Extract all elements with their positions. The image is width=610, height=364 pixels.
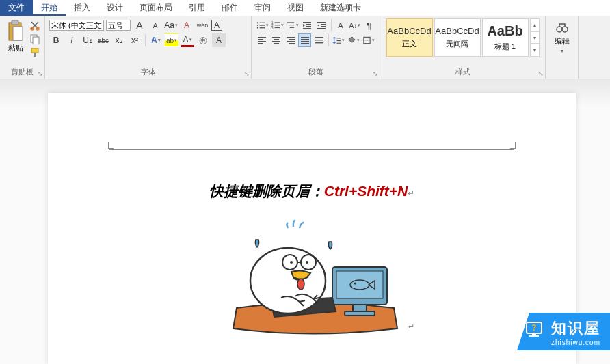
align-right-button[interactable] [284, 33, 297, 47]
style-heading-1[interactable]: AaBb 标题 1 [482, 18, 529, 57]
font-size-select[interactable] [106, 20, 131, 31]
bullets-button[interactable] [256, 18, 269, 32]
binoculars-icon [555, 21, 569, 35]
format-painter-icon[interactable] [29, 47, 40, 58]
svg-rect-21 [287, 22, 294, 23]
phonetic-guide-button[interactable]: wén [196, 18, 209, 32]
svg-text:3: 3 [271, 27, 274, 30]
text-red: Ctrl+Shift+N [324, 183, 408, 199]
svg-rect-10 [260, 23, 265, 23]
align-text-x-button[interactable]: A [334, 18, 347, 32]
shading-button[interactable] [347, 33, 360, 47]
styles-launcher-icon[interactable]: ⤡ [538, 70, 544, 77]
svg-rect-26 [306, 26, 311, 27]
svg-rect-40 [287, 37, 295, 38]
svg-rect-20 [275, 27, 280, 28]
svg-rect-38 [272, 41, 280, 42]
page[interactable]: 快捷键删除页眉：Ctrl+Shift+N↵ [48, 93, 576, 364]
character-border-button[interactable]: A [211, 20, 222, 31]
svg-rect-74 [529, 335, 539, 337]
tab-view[interactable]: 视图 [279, 0, 312, 16]
tab-design[interactable]: 设计 [98, 0, 131, 16]
tab-layout[interactable]: 页面布局 [131, 0, 181, 16]
find-button[interactable]: 编辑 ▾ [551, 18, 574, 57]
document-image[interactable]: ↵ [223, 209, 401, 335]
multilevel-list-button[interactable] [286, 18, 300, 32]
tab-references[interactable]: 引用 [181, 0, 213, 16]
svg-rect-61 [353, 305, 367, 311]
paragraph-mark-icon: ↵ [408, 188, 414, 198]
copy-icon[interactable] [29, 33, 40, 44]
align-center-button[interactable] [270, 33, 283, 47]
header-underline [109, 149, 514, 150]
tab-new[interactable]: 新建选项卡 [312, 0, 369, 16]
tab-insert[interactable]: 插入 [66, 0, 98, 16]
clipboard-launcher-icon[interactable]: ⤡ [38, 70, 43, 77]
svg-point-71 [297, 279, 304, 290]
editing-label: 编辑 [555, 36, 570, 46]
group-clipboard: 粘贴 剪贴板 ⤡ [0, 16, 45, 79]
distribute-button[interactable] [313, 33, 326, 47]
svg-rect-50 [315, 42, 323, 43]
svg-rect-46 [301, 41, 309, 42]
style-name: 无间隔 [446, 39, 468, 49]
decrease-indent-button[interactable] [301, 18, 314, 32]
borders-button[interactable] [362, 33, 375, 47]
character-shading-button[interactable]: A [212, 33, 226, 47]
svg-rect-27 [303, 28, 311, 29]
bold-button[interactable]: B [49, 33, 63, 47]
highlight-button[interactable]: ab [165, 33, 178, 47]
increase-indent-button[interactable] [315, 18, 328, 32]
font-name-select[interactable] [49, 20, 104, 31]
font-launcher-icon[interactable]: ⤡ [244, 70, 250, 77]
style-name: 标题 1 [494, 42, 516, 52]
justify-button[interactable] [298, 33, 311, 47]
superscript-button[interactable]: x² [128, 33, 142, 47]
clear-formatting-button[interactable]: A [180, 18, 194, 32]
styles-scroll-down-icon[interactable]: ▾ [530, 31, 540, 44]
tab-mailings[interactable]: 邮件 [213, 0, 246, 16]
document-body-text[interactable]: 快捷键删除页眉：Ctrl+Shift+N↵ [75, 182, 548, 201]
group-editing: 编辑 ▾ [546, 16, 579, 79]
svg-rect-18 [275, 25, 280, 25]
tab-file[interactable]: 文件 [0, 0, 33, 16]
style-normal[interactable]: AaBbCcDd 正文 [386, 18, 433, 57]
svg-rect-8 [34, 53, 36, 57]
paragraph-launcher-icon[interactable]: ⤡ [373, 70, 378, 77]
svg-rect-52 [337, 40, 341, 41]
paste-button[interactable]: 粘贴 [5, 18, 27, 55]
tab-home[interactable]: 开始 [33, 0, 66, 16]
text-effects-button[interactable]: A [149, 33, 163, 47]
svg-point-11 [257, 25, 258, 26]
svg-point-13 [257, 27, 258, 29]
numbering-button[interactable]: 123 [271, 18, 284, 32]
style-no-spacing[interactable]: AaBbCcDd 无间隔 [434, 18, 481, 57]
tab-review[interactable]: 审阅 [246, 0, 279, 16]
styles-scroll-up-icon[interactable]: ▴ [530, 18, 540, 31]
grow-font-button[interactable]: A [133, 18, 146, 32]
cut-icon[interactable] [29, 20, 40, 31]
font-color-button[interactable]: A [181, 33, 194, 47]
line-spacing-button[interactable] [332, 33, 345, 47]
italic-button[interactable]: I [65, 33, 79, 47]
enclose-characters-button[interactable]: ㊥ [196, 33, 210, 47]
svg-rect-24 [303, 22, 311, 23]
strikethrough-button[interactable]: abc [96, 33, 110, 47]
svg-point-57 [557, 27, 562, 32]
header-margin-left-icon [108, 142, 114, 149]
styles-expand-icon[interactable]: ▾ [530, 44, 540, 57]
align-left-button[interactable] [256, 33, 269, 47]
svg-rect-37 [274, 39, 279, 40]
svg-rect-60 [336, 271, 383, 298]
style-preview: AaBb [487, 23, 522, 39]
sort-button[interactable]: A↓ [348, 18, 361, 32]
separator [145, 34, 146, 46]
subscript-button[interactable]: x₂ [112, 33, 126, 47]
svg-rect-23 [290, 27, 295, 28]
shrink-font-button[interactable]: A [148, 18, 162, 32]
change-case-button[interactable]: Aa [164, 18, 178, 32]
group-paragraph: 123 A A↓ ¶ 段落 ⤡ [252, 16, 380, 79]
show-marks-button[interactable]: ¶ [362, 18, 375, 32]
group-styles: AaBbCcDd 正文 AaBbCcDd 无间隔 AaBb 标题 1 ▴ ▾ ▾… [380, 16, 546, 79]
underline-button[interactable]: U [81, 33, 94, 47]
